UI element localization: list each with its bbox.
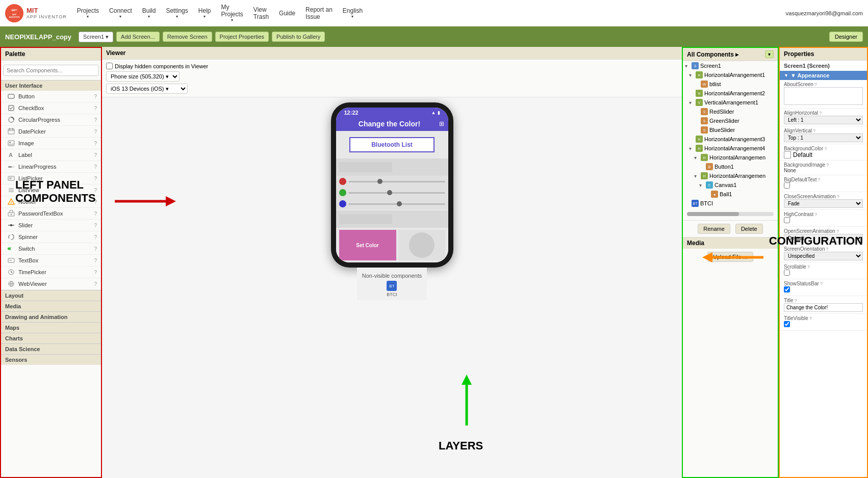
nav-reportissue[interactable]: Report anIssue [305, 6, 333, 20]
designer-button[interactable]: Designer [829, 32, 863, 42]
toolbar: NEOPIXELAPP_copy Screen1 ▾ Add Screen...… [0, 26, 868, 47]
palette-item-timepicker[interactable]: TimePicker ? [1, 267, 101, 278]
bgcolor-help[interactable]: ? [824, 146, 827, 151]
tree-canvas1[interactable]: ▾ C Canvas1 [683, 180, 778, 190]
section-media[interactable]: Media [1, 301, 101, 311]
bgcolor-swatch[interactable] [784, 151, 791, 158]
palette-item-passwordtextbox[interactable]: PasswordTextBox ? [1, 208, 101, 220]
section-charts[interactable]: Charts [1, 333, 101, 343]
section-user-interface[interactable]: User Interface [1, 80, 101, 91]
nav-viewtrash[interactable]: ViewTrash [253, 6, 269, 20]
nav-settings[interactable]: Settings ▾ [166, 7, 188, 19]
hidden-components-checkbox-label[interactable]: Display hidden components in Viewer [106, 63, 678, 69]
nav-english[interactable]: English ▾ [343, 7, 363, 19]
palette-item-switch[interactable]: Switch ? [1, 243, 101, 255]
palette-item-checkbox[interactable]: CheckBox ? [1, 102, 101, 114]
nav-user-email: vasquezmaryori98@gmail.com [786, 10, 863, 16]
bigtext-help[interactable]: ? [818, 177, 820, 182]
screen1-button[interactable]: Screen1 ▾ [79, 32, 113, 42]
palette-item-slider[interactable]: Slider ? [1, 220, 101, 231]
showstatus-help[interactable]: ? [820, 281, 823, 286]
bigdefaulttext-checkbox[interactable] [784, 182, 790, 189]
section-layout[interactable]: Layout [1, 290, 101, 301]
bgimage-help[interactable]: ? [826, 163, 829, 168]
tree-btci[interactable]: BT BTCI [683, 199, 778, 208]
props-appearance-section[interactable]: ▼ ▼ Appearance [780, 71, 867, 80]
tree-harr3[interactable]: H HorizontalArrangement3 [683, 135, 778, 144]
palette-item-linearprogress[interactable]: LinearProgress ? [1, 161, 101, 173]
logo-area: MIT APP INVENTOR MIT APP INVENTOR [5, 4, 67, 22]
hidden-components-checkbox[interactable] [106, 63, 113, 69]
showstatusbar-checkbox[interactable] [784, 286, 790, 293]
prop-showstatusbar: ShowStatusBar ? [780, 279, 867, 296]
tree-screen1[interactable]: ▾ S Screen1 [683, 61, 778, 70]
tree-harr-inner2[interactable]: ▾ H HorizontalArrangemen [683, 171, 778, 180]
nav-projects[interactable]: Projects ▾ [77, 7, 99, 19]
components-filter-btn[interactable]: ▾ [765, 50, 774, 58]
alignvertical-select[interactable]: Top : 1 [784, 134, 863, 142]
highcontrast-checkbox[interactable] [784, 217, 790, 223]
tree-blueslider[interactable]: S BlueSlider [683, 125, 778, 135]
red-slider-row [336, 176, 448, 187]
tree-greenslider[interactable]: S GreenSlider [683, 116, 778, 125]
scrollable-help[interactable]: ? [807, 264, 810, 270]
tree-redslider[interactable]: S RedSlider [683, 107, 778, 116]
alignhorizontal-select[interactable]: Left : 1 [784, 116, 863, 124]
tree-harr4[interactable]: ▾ H HorizontalArrangement4 [683, 144, 778, 153]
section-maps[interactable]: Maps [1, 322, 101, 333]
tree-harr1[interactable]: ▾ H HorizontalArrangement1 [683, 70, 778, 79]
nav-help[interactable]: Help ▾ [198, 7, 211, 19]
alignh-help[interactable]: ? [819, 111, 822, 116]
tree-button1[interactable]: B Button1 [683, 162, 778, 171]
palette-item-datepicker[interactable]: DatePicker ? [1, 126, 101, 138]
palette-item-button[interactable]: Button ? [1, 91, 101, 102]
green-slider-track [348, 192, 445, 194]
add-screen-button[interactable]: Add Screen... [116, 32, 160, 42]
aboutscreen-help[interactable]: ? [814, 82, 817, 87]
closeanim-help[interactable]: ? [837, 194, 839, 199]
tree-btlist[interactable]: W btlist [683, 79, 778, 89]
titlevisible-checkbox[interactable] [784, 321, 790, 327]
remove-screen-button[interactable]: Remove Screen [163, 32, 212, 42]
project-properties-button[interactable]: Project Properties [215, 32, 269, 42]
nav-guide[interactable]: Guide [279, 10, 295, 17]
tree-ball1[interactable]: ● Ball1 [683, 190, 778, 199]
closescreenanims-select[interactable]: Fade [784, 199, 863, 208]
title-input[interactable] [784, 303, 863, 312]
delete-btn[interactable]: Delete [735, 224, 763, 234]
set-color-btn[interactable]: Set Color [339, 230, 396, 260]
notifier-icon [7, 198, 15, 206]
title-help[interactable]: ? [795, 298, 797, 303]
screenorientation-select[interactable]: Unspecified [784, 252, 863, 260]
highcontrast-help[interactable]: ? [814, 212, 817, 217]
section-sensors[interactable]: Sensors [1, 354, 101, 365]
palette-item-label[interactable]: A Label ? [1, 149, 101, 161]
palette-item-image[interactable]: Image ? [1, 138, 101, 149]
device-select[interactable]: iOS 13 Devices (iOS) ▾ [106, 84, 188, 94]
palette-item-spinner[interactable]: Spinner ? [1, 231, 101, 243]
section-drawing[interactable]: Drawing and Animation [1, 311, 101, 322]
tree-harr2[interactable]: H HorizontalArrangement2 [683, 89, 778, 98]
aboutscreen-input[interactable] [784, 87, 863, 105]
phone-size-select[interactable]: Phone size (505,320) ▾ [106, 71, 180, 82]
palette-search-input[interactable] [3, 65, 99, 76]
bluetooth-list-btn[interactable]: Bluetooth List [349, 137, 434, 152]
checkbox-icon [7, 104, 15, 112]
titlevis-help[interactable]: ? [809, 316, 812, 321]
palette-item-webviewer[interactable]: WebViewer ? [1, 278, 101, 290]
section-datascience[interactable]: Data Science [1, 343, 101, 354]
tree-harr-inner1[interactable]: ▾ H HorizontalArrangemen [683, 153, 778, 162]
alignv-help[interactable]: ? [813, 128, 815, 134]
nav-myprojects[interactable]: MyProjects ▾ [221, 4, 243, 22]
svg-text:MIT: MIT [12, 9, 17, 12]
nav-build[interactable]: Build ▾ [142, 7, 156, 19]
openanims-help[interactable]: ? [836, 229, 839, 234]
scrollable-checkbox[interactable] [784, 270, 790, 276]
publish-gallery-button[interactable]: Publish to Gallery [272, 32, 325, 42]
comp-scrollbar[interactable] [687, 212, 774, 216]
nav-connect[interactable]: Connect ▾ [109, 7, 132, 19]
tree-varr1[interactable]: ▾ V VerticalArrangement1 [683, 98, 778, 107]
rename-btn[interactable]: Rename [698, 224, 730, 234]
palette-item-textbox[interactable]: TextBox ? [1, 255, 101, 267]
palette-item-circularprogress[interactable]: CircularProgress ? [1, 114, 101, 126]
